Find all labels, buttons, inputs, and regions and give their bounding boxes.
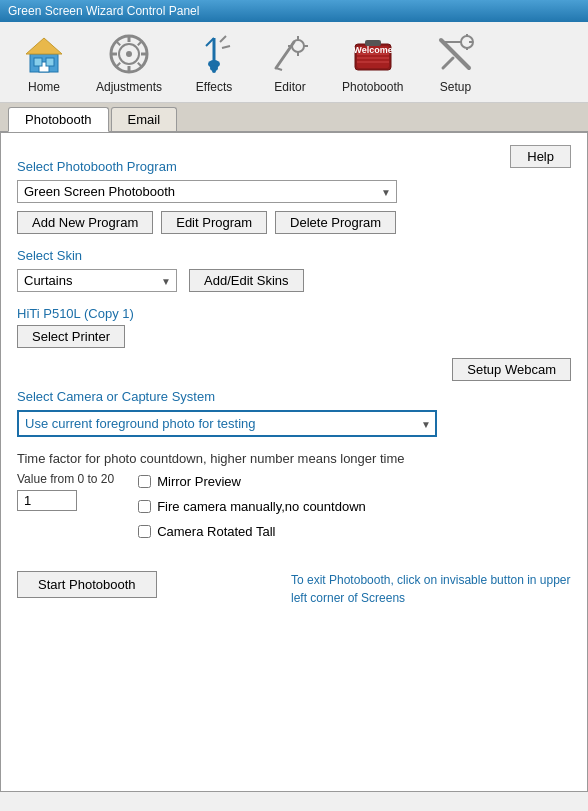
- toolbar-item-effects[interactable]: Effects: [178, 26, 250, 98]
- editor-icon: [266, 30, 314, 78]
- skin-select[interactable]: Curtains: [17, 269, 177, 292]
- bottom-row: Start Photobooth To exit Photobooth, cli…: [17, 571, 571, 607]
- select-printer-button[interactable]: Select Printer: [17, 325, 125, 348]
- toolbar-setup-label: Setup: [440, 80, 471, 94]
- toolbar-item-editor[interactable]: Editor: [254, 26, 326, 98]
- title-bar: Green Screen Wizard Control Panel: [0, 0, 588, 22]
- setup-webcam-button[interactable]: Setup Webcam: [452, 358, 571, 381]
- value-col: Value from 0 to 20: [17, 472, 114, 511]
- program-section-label: Select Photobooth Program: [17, 159, 571, 174]
- add-program-button[interactable]: Add New Program: [17, 211, 153, 234]
- time-factor-label: Time factor for photo countdown, higher …: [17, 451, 571, 466]
- camera-select[interactable]: Use current foreground photo for testing: [17, 410, 437, 437]
- svg-point-25: [292, 40, 304, 52]
- toolbar-adjustments-label: Adjustments: [96, 80, 162, 94]
- time-value-input[interactable]: [17, 490, 77, 511]
- svg-rect-37: [365, 40, 381, 46]
- home-icon: [20, 30, 68, 78]
- camera-rotated-label: Camera Rotated Tall: [157, 524, 275, 539]
- toolbar-effects-label: Effects: [196, 80, 232, 94]
- main-content: Help Select Photobooth Program Green Scr…: [0, 132, 588, 792]
- camera-rotated-checkbox[interactable]: [138, 525, 151, 538]
- tab-photobooth[interactable]: Photobooth: [8, 107, 109, 132]
- mirror-preview-checkbox[interactable]: [138, 475, 151, 488]
- program-select-wrapper: Green Screen Photobooth: [17, 180, 397, 203]
- printer-section: HiTi P510L (Copy 1) Select Printer: [17, 306, 571, 348]
- add-edit-skins-button[interactable]: Add/Edit Skins: [189, 269, 304, 292]
- printer-name: HiTi P510L (Copy 1): [17, 306, 571, 321]
- svg-marker-1: [26, 38, 62, 54]
- toolbar-photobooth-label: Photobooth: [342, 80, 403, 94]
- value-row: Value from 0 to 20 Mirror Preview Fire c…: [17, 472, 571, 539]
- camera-select-wrapper: Use current foreground photo for testing: [17, 410, 437, 437]
- skin-section: Select Skin Curtains Add/Edit Skins: [17, 248, 571, 292]
- tab-email[interactable]: Email: [111, 107, 178, 131]
- svg-line-24: [276, 68, 282, 70]
- skin-select-wrapper: Curtains: [17, 269, 177, 292]
- camera-rotated-row[interactable]: Camera Rotated Tall: [138, 524, 366, 539]
- start-photobooth-button[interactable]: Start Photobooth: [17, 571, 157, 598]
- program-btn-row: Add New Program Edit Program Delete Prog…: [17, 211, 571, 234]
- svg-text:Welcome: Welcome: [353, 45, 392, 55]
- toolbar-item-adjustments[interactable]: Adjustments: [84, 26, 174, 98]
- setup-icon: [431, 30, 479, 78]
- delete-program-button[interactable]: Delete Program: [275, 211, 396, 234]
- svg-point-20: [212, 69, 216, 73]
- camera-section-label: Select Camera or Capture System: [17, 389, 571, 404]
- svg-line-22: [222, 46, 230, 48]
- mirror-preview-label: Mirror Preview: [157, 474, 241, 489]
- mirror-preview-row[interactable]: Mirror Preview: [138, 474, 366, 489]
- toolbar-item-photobooth[interactable]: Welcome Photobooth: [330, 26, 415, 98]
- fire-camera-checkbox[interactable]: [138, 500, 151, 513]
- checkboxes-col: Mirror Preview Fire camera manually,no c…: [138, 474, 366, 539]
- adjustments-icon: [105, 30, 153, 78]
- edit-program-button[interactable]: Edit Program: [161, 211, 267, 234]
- toolbar-item-home[interactable]: Home: [8, 26, 80, 98]
- title-bar-label: Green Screen Wizard Control Panel: [8, 4, 199, 18]
- webcam-row: Setup Webcam: [17, 358, 571, 381]
- tabs: Photobooth Email: [0, 103, 588, 132]
- help-button[interactable]: Help: [510, 145, 571, 168]
- effects-icon: [190, 30, 238, 78]
- value-range-label: Value from 0 to 20: [17, 472, 114, 486]
- skin-section-label: Select Skin: [17, 248, 571, 263]
- time-factor-section: Time factor for photo countdown, higher …: [17, 451, 571, 539]
- svg-point-7: [126, 51, 132, 57]
- svg-line-39: [443, 58, 453, 68]
- camera-section: Select Camera or Capture System Use curr…: [17, 389, 571, 437]
- svg-rect-4: [46, 58, 54, 66]
- fire-camera-row[interactable]: Fire camera manually,no countdown: [138, 499, 366, 514]
- exit-note: To exit Photobooth, click on invisable b…: [291, 571, 571, 607]
- toolbar-home-label: Home: [28, 80, 60, 94]
- toolbar-editor-label: Editor: [274, 80, 305, 94]
- program-select[interactable]: Green Screen Photobooth: [17, 180, 397, 203]
- toolbar-item-setup[interactable]: Setup: [419, 26, 491, 98]
- fire-camera-label: Fire camera manually,no countdown: [157, 499, 366, 514]
- photobooth-icon: Welcome: [349, 30, 397, 78]
- svg-rect-3: [34, 58, 42, 66]
- program-section: Select Photobooth Program Green Screen P…: [17, 159, 571, 234]
- toolbar: Home Adjustments: [0, 22, 588, 103]
- svg-line-21: [220, 36, 226, 42]
